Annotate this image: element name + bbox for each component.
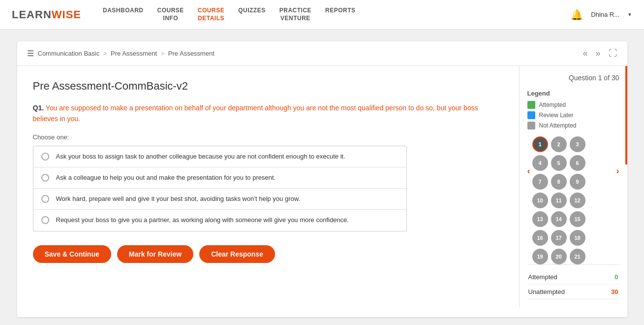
user-name[interactable]: Dhina R... <box>591 11 619 18</box>
legend-review-label: Review Later <box>539 112 574 119</box>
radio-a[interactable] <box>41 153 49 161</box>
question-body: You are supposed to make a presentation … <box>33 104 478 123</box>
legend-title: Legend <box>527 90 619 97</box>
nav-quizzes[interactable]: QUIZZES <box>238 7 266 22</box>
nav-course-details[interactable]: COURSE DETAILS <box>198 7 224 22</box>
question-num-17[interactable]: 17 <box>551 230 567 246</box>
question-grid: 123456789101112131415161718192021 <box>532 136 614 264</box>
grid-row: 192021 <box>532 249 614 264</box>
clear-response-button[interactable]: Clear Response <box>199 245 275 263</box>
logo-wise: WISE <box>52 8 81 21</box>
action-buttons: Save & Continue Mark for Review Clear Re… <box>33 245 503 263</box>
question-num-19[interactable]: 19 <box>532 249 548 264</box>
question-num-5[interactable]: 5 <box>551 155 567 171</box>
stat-attempted: Attempted 0 <box>527 270 619 285</box>
question-num-11[interactable]: 11 <box>551 193 567 208</box>
legend-attempted-label: Attempted <box>539 101 566 108</box>
option-text-a: Ask your boss to assign task to another … <box>56 152 345 161</box>
grid-row: 123 <box>532 136 614 152</box>
option-text-c: Work hard, prepare well and give it your… <box>56 195 301 203</box>
question-num-1[interactable]: 1 <box>532 136 548 152</box>
options-table: Ask your boss to assign task to another … <box>33 146 407 231</box>
question-num-18[interactable]: 18 <box>570 230 585 246</box>
breadcrumb-item-2[interactable]: Pre Assessment <box>111 50 157 57</box>
breadcrumb-sep-2: > <box>161 50 166 57</box>
question-num-12[interactable]: 12 <box>570 193 585 208</box>
grid-prev-btn[interactable]: ‹ <box>527 166 530 176</box>
expand-btn[interactable]: ⛶ <box>609 48 617 59</box>
breadcrumb-left: ☰ Communication Basic > Pre Assessment >… <box>27 49 215 58</box>
nav-links: DASHBOARD COURSE INFO COURSE DETAILS QUI… <box>103 7 557 22</box>
radio-c[interactable] <box>41 195 49 203</box>
question-num-13[interactable]: 13 <box>532 211 548 227</box>
right-panel: Question 1 of 30 Legend Attempted Review… <box>519 66 627 307</box>
main-container: ☰ Communication Basic > Pre Assessment >… <box>17 41 627 317</box>
save-continue-button[interactable]: Save & Continue <box>33 245 111 263</box>
legend-not-attempted-label: Not Attempted <box>539 122 577 129</box>
next-btn[interactable]: » <box>595 48 600 59</box>
quiz-title: Pre Assessment-CommBasic-v2 <box>33 80 503 93</box>
option-text-b: Ask a colleague to help you out and make… <box>56 173 276 182</box>
question-num-8[interactable]: 8 <box>551 174 567 190</box>
question-num-20[interactable]: 20 <box>551 249 567 264</box>
grid-row: 456 <box>532 155 614 171</box>
option-row-d[interactable]: Request your boss to give you a partner,… <box>33 210 406 230</box>
radio-b[interactable] <box>41 174 49 182</box>
prev-btn[interactable]: « <box>583 48 587 59</box>
unattempted-value: 30 <box>611 288 618 295</box>
question-num-2[interactable]: 2 <box>551 136 567 152</box>
question-num-4[interactable]: 4 <box>532 155 548 171</box>
option-row-c[interactable]: Work hard, prepare well and give it your… <box>33 189 406 210</box>
question-num-14[interactable]: 14 <box>551 211 567 227</box>
unattempted-label: Unattempted <box>528 288 565 295</box>
legend-green-box <box>527 101 535 109</box>
choose-label: Choose one: <box>33 133 503 141</box>
legend-gray-box <box>527 122 535 130</box>
question-number: Q1. <box>33 104 44 112</box>
breadcrumb-item-3[interactable]: Pre Assessment <box>168 50 215 57</box>
left-panel: Pre Assessment-CommBasic-v2 Q1. You are … <box>17 66 519 307</box>
question-num-7[interactable]: 7 <box>532 174 548 190</box>
option-text-d: Request your boss to give you a partner,… <box>56 216 349 225</box>
breadcrumb-sep-1: > <box>103 50 109 57</box>
mark-review-button[interactable]: Mark for Review <box>117 245 193 263</box>
menu-icon[interactable]: ☰ <box>27 49 34 58</box>
stat-unattempted: Unattempted 30 <box>527 285 619 299</box>
question-num-21[interactable]: 21 <box>570 249 585 264</box>
logo-learn: LEARN <box>12 8 52 21</box>
breadcrumb: Communication Basic > Pre Assessment > P… <box>38 50 215 57</box>
question-num-10[interactable]: 10 <box>532 193 548 208</box>
nav-dashboard[interactable]: DASHBOARD <box>103 7 144 22</box>
legend-section: Legend Attempted Review Later Not Attemp… <box>527 90 619 130</box>
question-num-9[interactable]: 9 <box>570 174 585 190</box>
user-dropdown-arrow[interactable]: ▼ <box>627 12 632 17</box>
legend-attempted: Attempted <box>527 101 619 109</box>
breadcrumb-bar: ☰ Communication Basic > Pre Assessment >… <box>17 41 627 66</box>
bell-icon[interactable]: 🔔 <box>571 9 583 21</box>
nav-practice-venture[interactable]: PRACTICE VENTURE <box>279 7 311 22</box>
question-num-6[interactable]: 6 <box>570 155 585 171</box>
question-text: Q1. You are supposed to make a presentat… <box>33 102 503 125</box>
nav-reports[interactable]: REPORTS <box>325 7 356 22</box>
legend-not-attempted: Not Attempted <box>527 122 619 130</box>
question-num-16[interactable]: 16 <box>532 230 548 246</box>
breadcrumb-right: « » ⛶ <box>583 48 617 59</box>
grid-next-btn[interactable]: › <box>616 166 619 176</box>
question-num-15[interactable]: 15 <box>570 211 585 227</box>
navbar: LEARNWISE DASHBOARD COURSE INFO COURSE D… <box>0 0 644 30</box>
grid-row: 161718 <box>532 230 614 246</box>
radio-d[interactable] <box>41 216 49 224</box>
question-num-3[interactable]: 3 <box>570 136 585 152</box>
nav-course-info[interactable]: COURSE INFO <box>157 7 184 22</box>
option-row-b[interactable]: Ask a colleague to help you out and make… <box>33 167 406 189</box>
grid-container: ‹ 123456789101112131415161718192021 › <box>527 136 619 264</box>
grid-row: 789 <box>532 174 614 190</box>
attempted-value: 0 <box>614 273 618 281</box>
attempted-label: Attempted <box>528 273 557 281</box>
option-row-a[interactable]: Ask your boss to assign task to another … <box>33 146 406 167</box>
legend-blue-box <box>527 111 535 119</box>
breadcrumb-item-1[interactable]: Communication Basic <box>38 50 100 57</box>
stats-section: Attempted 0 Unattempted 30 <box>527 264 619 299</box>
content-area: Pre Assessment-CommBasic-v2 Q1. You are … <box>17 66 627 307</box>
nav-right: 🔔 Dhina R... ▼ <box>571 9 632 21</box>
